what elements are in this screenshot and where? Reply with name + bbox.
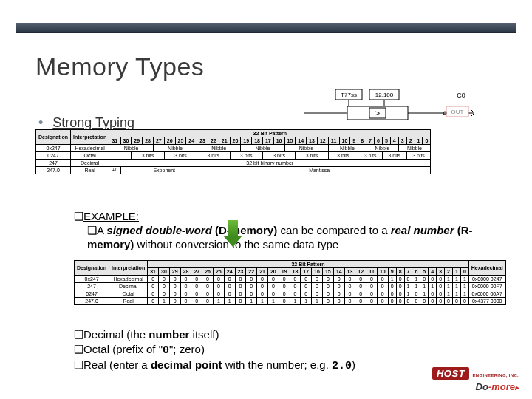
- page-title: Memory Types: [35, 52, 204, 81]
- comparator-diagram: T77ss 12.100 > C0 OUT: [304, 87, 474, 126]
- header-bar: [16, 23, 516, 33]
- svg-line-10: [471, 109, 474, 113]
- example-label: EXAMPLE:: [83, 210, 139, 222]
- bullet-dot: •: [38, 115, 43, 130]
- gate-op: >: [375, 109, 380, 117]
- bullet-text: Strong Typing: [52, 115, 134, 130]
- host-logo: HOST ENGINEERING, INC. Do-more▸: [432, 367, 519, 392]
- gate-out: OUT: [451, 109, 464, 115]
- gate-in1: T77ss: [341, 92, 357, 98]
- gate-in2: 12.100: [375, 92, 394, 98]
- svg-line-11: [471, 113, 474, 117]
- gate-c0: C0: [457, 92, 466, 99]
- down-arrow-icon: [223, 220, 242, 247]
- bullet-strong-typing: • Strong Typing: [38, 115, 134, 131]
- constant-types-block: ❑Decimal (the number itself) ❑Octal (pre…: [74, 327, 488, 374]
- bitpattern-table-2: DesignationInterpretation32 Bit PatternH…: [74, 260, 510, 305]
- example-block: ❑EXAMPLE: ❑A signed double-word (D-memor…: [74, 210, 488, 251]
- bitpattern-table-1: DesignationInterpretation32-Bit Pattern3…: [35, 129, 516, 174]
